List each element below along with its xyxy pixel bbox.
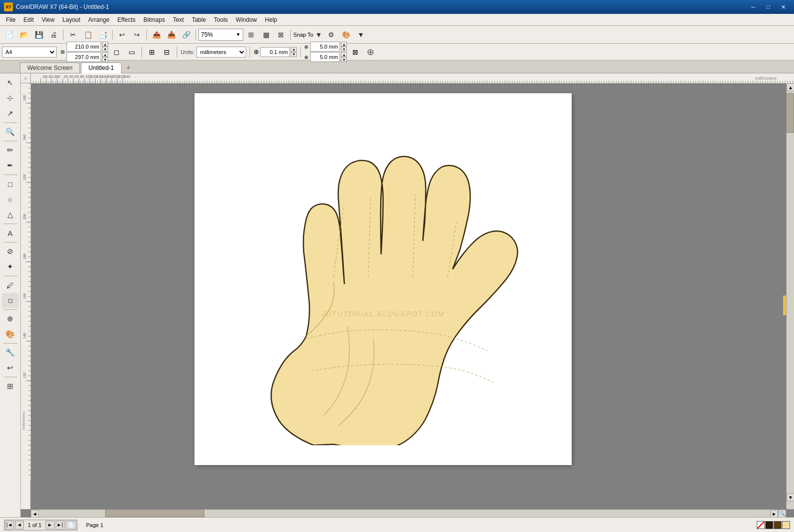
next-page-button[interactable]: ►	[46, 521, 55, 530]
add-page-nav-button[interactable]: 📄	[66, 521, 76, 530]
color-skin[interactable]	[782, 521, 790, 529]
h-scroll-thumb[interactable]	[105, 509, 204, 517]
tool-paint[interactable]: 🖊	[2, 278, 19, 293]
width-down[interactable]: ▼	[102, 47, 108, 52]
menu-tools[interactable]: Tools	[210, 15, 232, 24]
zoom-button[interactable]: 🔍	[778, 510, 786, 517]
height-down[interactable]: ▼	[102, 57, 108, 62]
tool-rectangle[interactable]: □	[2, 177, 19, 191]
tool-zoom[interactable]: 🔍	[2, 124, 19, 139]
page-size-select[interactable]: A4	[2, 47, 57, 58]
copy-button[interactable]: 📋	[81, 28, 95, 41]
open-button[interactable]: 📂	[17, 28, 31, 41]
tool-eyedropper[interactable]: ⊕	[2, 311, 19, 326]
cut-button[interactable]: ✂	[66, 28, 80, 41]
tool-ellipse[interactable]: ○	[2, 192, 19, 207]
export-button[interactable]: 📥	[164, 28, 178, 41]
tool-freehand[interactable]: ↗	[2, 106, 19, 121]
bleed-button[interactable]: ⊟	[160, 46, 173, 58]
menu-layout[interactable]: Layout	[59, 15, 84, 24]
redo-button[interactable]: ↪	[130, 28, 144, 41]
tab-add-button[interactable]: +	[123, 62, 134, 73]
tool-shape[interactable]: ⊹	[2, 91, 19, 106]
color-brown[interactable]	[774, 521, 782, 529]
save-button[interactable]: 💾	[32, 28, 46, 41]
portrait-button[interactable]: ◻	[110, 46, 123, 58]
tool-polygon[interactable]: △	[2, 207, 19, 222]
tool-outline[interactable]: 🎨	[2, 327, 19, 342]
minimize-button[interactable]: ─	[746, 2, 760, 11]
menu-file[interactable]: File	[2, 15, 19, 24]
paste-button[interactable]: 📑	[96, 28, 110, 41]
publish-button[interactable]: 🔗	[179, 28, 193, 41]
menu-edit[interactable]: Edit	[19, 15, 38, 24]
tool-blend[interactable]: 🔧	[2, 345, 19, 360]
import-button[interactable]: 📤	[149, 28, 163, 41]
menu-view[interactable]: View	[38, 15, 59, 24]
close-button[interactable]: ✕	[776, 2, 790, 11]
scroll-right-button[interactable]: ►	[770, 510, 778, 517]
zoom-dropdown[interactable]: 75% ▼	[198, 29, 243, 41]
snap1-up[interactable]: ▲	[341, 42, 347, 47]
menu-effects[interactable]: Effects	[114, 15, 139, 24]
zoom-fit-button[interactable]: ⊞	[244, 28, 258, 41]
page-border-button[interactable]: ⊞	[145, 46, 158, 58]
horizontal-scrollbar[interactable]: ◄ ► 🔍	[31, 509, 786, 517]
nudge-input[interactable]	[260, 47, 290, 57]
height-up[interactable]: ▲	[102, 52, 108, 57]
color-palette-button[interactable]: 🎨	[339, 28, 353, 41]
scroll-left-button[interactable]: ◄	[31, 510, 39, 517]
tool-pencil[interactable]: ✏	[2, 143, 19, 158]
canvas-area[interactable]: ⊹	[21, 73, 794, 517]
status-bar: |◄ ◄ 1 of 1 ► ►| 📄 Page 1	[0, 517, 794, 532]
menu-table[interactable]: Table	[188, 15, 210, 24]
height-input[interactable]	[66, 52, 101, 62]
color-dark-brown[interactable]	[765, 521, 773, 529]
units-select[interactable]: millimeters	[197, 47, 246, 58]
view-mode-button[interactable]: ▦	[259, 28, 273, 41]
tool-pen[interactable]: ✒	[2, 158, 19, 173]
menu-bitmaps[interactable]: Bitmaps	[139, 15, 169, 24]
prev-page-button[interactable]: ◄	[15, 521, 24, 530]
menu-arrange[interactable]: Arrange	[84, 15, 114, 24]
new-button[interactable]: 📄	[2, 28, 16, 41]
scroll-down-button[interactable]: ▼	[787, 493, 794, 501]
undo-button[interactable]: ↩	[115, 28, 129, 41]
maximize-button[interactable]: □	[761, 2, 775, 11]
first-page-button[interactable]: |◄	[5, 521, 14, 530]
tool-text[interactable]: A	[2, 226, 19, 240]
v-scroll-thumb[interactable]	[786, 93, 794, 133]
menu-help[interactable]: Help	[261, 15, 281, 24]
more-button[interactable]: ▼	[354, 28, 368, 41]
wireframe-button[interactable]: ⊠	[274, 28, 288, 41]
nudge-up[interactable]: ▲	[291, 47, 297, 52]
options-button[interactable]: ⚙	[324, 28, 338, 41]
tool-star[interactable]: ✦	[2, 259, 19, 274]
menu-window[interactable]: Window	[232, 15, 261, 24]
tool-contour[interactable]: ↩	[2, 360, 19, 375]
add-page-button[interactable]: ⊕	[364, 46, 377, 58]
transform-button[interactable]: ⊠	[349, 46, 362, 58]
menu-text[interactable]: Text	[169, 15, 188, 24]
landscape-button[interactable]: ▭	[125, 46, 138, 58]
tool-spiral[interactable]: ⊘	[2, 244, 19, 259]
tab-welcome-screen[interactable]: Welcome Screen	[20, 62, 80, 73]
tab-untitled1[interactable]: Untitled-1	[81, 62, 121, 73]
print-button[interactable]: 🖨	[47, 28, 61, 41]
nudge-down[interactable]: ▼	[291, 52, 297, 57]
snap-arrow[interactable]: ▼	[314, 28, 323, 41]
snap-size2-input[interactable]	[310, 52, 340, 62]
last-page-button[interactable]: ►|	[56, 521, 65, 530]
width-up[interactable]: ▲	[102, 42, 108, 47]
color-none[interactable]	[757, 521, 765, 529]
vertical-scrollbar[interactable]: ▲ ▼	[786, 83, 794, 509]
tool-fill[interactable]: ◻	[2, 293, 19, 308]
snap2-up[interactable]: ▲	[341, 52, 347, 57]
tool-select[interactable]: ↖	[2, 75, 19, 90]
tool-table[interactable]: ⊞	[2, 379, 19, 394]
scroll-up-button[interactable]: ▲	[787, 83, 794, 91]
snap-size1-input[interactable]	[310, 42, 340, 52]
snap2-down[interactable]: ▼	[341, 57, 347, 62]
width-input[interactable]	[66, 42, 101, 52]
snap1-down[interactable]: ▼	[341, 47, 347, 52]
